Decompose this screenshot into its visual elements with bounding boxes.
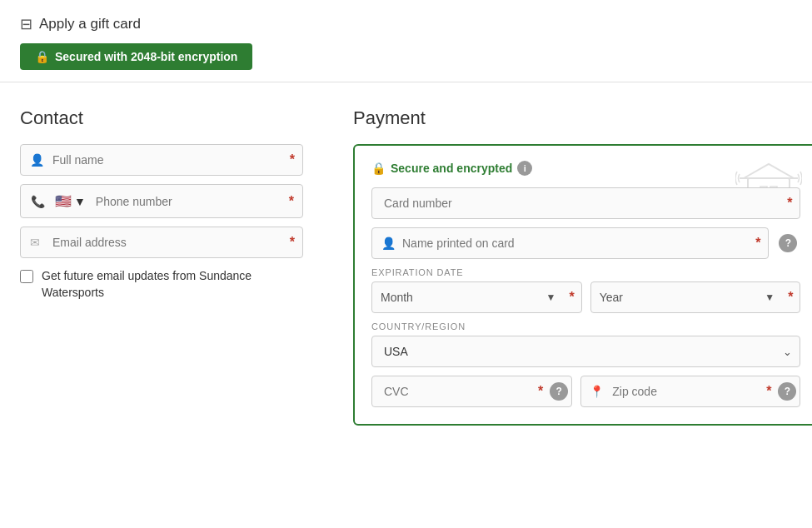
card-number-input[interactable] xyxy=(371,187,800,219)
full-name-row: 👤 * xyxy=(20,144,303,176)
contact-section: Contact 👤 * 📞 🇺🇸 ▼ * ✉ * xyxy=(20,107,303,426)
payment-section: Payment 🔒 Secure and encrypt xyxy=(353,107,812,426)
zip-required: * xyxy=(763,384,775,399)
full-name-input[interactable] xyxy=(20,144,303,176)
cvc-zip-row: * ? 📍 * ? xyxy=(371,376,800,407)
contact-title: Contact xyxy=(20,107,303,129)
payment-lock-icon: 🔒 xyxy=(371,162,386,175)
newsletter-checkbox[interactable] xyxy=(20,270,33,283)
svg-marker-1 xyxy=(744,164,794,178)
secure-badge: 🔒 Secured with 2048-bit encryption xyxy=(20,43,252,70)
secure-encrypted-label: 🔒 Secure and encrypted i xyxy=(371,161,532,176)
phone-input[interactable] xyxy=(89,187,289,217)
year-select[interactable]: Year 202420252026 202720282029 203020312… xyxy=(591,282,759,312)
expiry-label: EXPIRATION DATE xyxy=(371,267,800,277)
cvc-wrap: * ? xyxy=(371,376,572,407)
gift-card-icon: ⊟ xyxy=(20,15,32,33)
apply-gift-card-link[interactable]: ⊟ Apply a gift card xyxy=(20,15,792,33)
full-name-required: * xyxy=(290,152,295,167)
dropdown-arrow-icon: ▼ xyxy=(74,195,86,208)
secure-badge-label: Secured with 2048-bit encryption xyxy=(55,50,237,63)
top-bar: ⊟ Apply a gift card 🔒 Secured with 2048-… xyxy=(0,0,812,82)
cardholder-person-icon: 👤 xyxy=(381,237,396,250)
cvc-help-icon[interactable]: ? xyxy=(550,382,568,401)
lock-icon: 🔒 xyxy=(35,50,49,63)
expiry-row: Month 010203 040506 070809 101112 ▼ * Ye… xyxy=(371,281,800,313)
cvc-required: * xyxy=(535,384,546,399)
card-number-row: * xyxy=(371,187,800,219)
year-required: * xyxy=(781,290,800,305)
month-select[interactable]: Month 010203 040506 070809 101112 xyxy=(372,282,540,312)
main-content: Contact 👤 * 📞 🇺🇸 ▼ * ✉ * xyxy=(0,82,812,446)
year-select-wrap: Year 202420252026 202720282029 203020312… xyxy=(590,281,801,313)
name-help-icon[interactable]: ? xyxy=(779,234,797,252)
flag-emoji: 🇺🇸 xyxy=(55,193,72,209)
person-icon: 👤 xyxy=(30,153,44,167)
month-dropdown-arrow: ▼ xyxy=(540,291,563,303)
payment-title: Payment xyxy=(353,107,812,129)
country-code-select[interactable]: 🇺🇸 ▼ xyxy=(52,185,89,217)
year-dropdown-arrow: ▼ xyxy=(758,291,781,303)
name-on-card-row: 👤 * ? xyxy=(371,227,800,259)
newsletter-label: Get future email updates from Sundance W… xyxy=(42,268,303,301)
card-number-required: * xyxy=(787,196,792,211)
phone-required: * xyxy=(289,194,302,209)
zip-help-icon[interactable]: ? xyxy=(778,382,796,401)
phone-row: 📞 🇺🇸 ▼ * xyxy=(20,184,303,218)
email-required: * xyxy=(290,235,295,250)
month-select-wrap: Month 010203 040506 070809 101112 ▼ * xyxy=(371,281,582,313)
zip-input[interactable] xyxy=(607,376,763,406)
country-select-wrap: USA Canada United Kingdom Australia ⌄ xyxy=(371,336,800,367)
name-on-card-required: * xyxy=(755,236,760,251)
newsletter-checkbox-row: Get future email updates from Sundance W… xyxy=(20,268,303,301)
payment-box: 🔒 Secure and encrypted i * 👤 * ? xyxy=(353,144,812,426)
zip-pin-icon: 📍 xyxy=(581,376,607,406)
country-label: COUNTRY/REGION xyxy=(371,321,800,331)
secure-info-icon[interactable]: i xyxy=(517,161,532,176)
email-input[interactable] xyxy=(20,227,303,258)
gift-card-label: Apply a gift card xyxy=(39,16,141,32)
zip-wrap: 📍 * ? xyxy=(580,376,800,407)
country-select[interactable]: USA Canada United Kingdom Australia xyxy=(371,336,800,367)
email-icon: ✉ xyxy=(30,236,40,249)
phone-icon: 📞 xyxy=(21,187,52,217)
name-on-card-input[interactable] xyxy=(371,227,769,259)
month-required: * xyxy=(563,290,581,305)
cvc-input[interactable] xyxy=(372,376,535,406)
email-row: ✉ * xyxy=(20,227,303,258)
